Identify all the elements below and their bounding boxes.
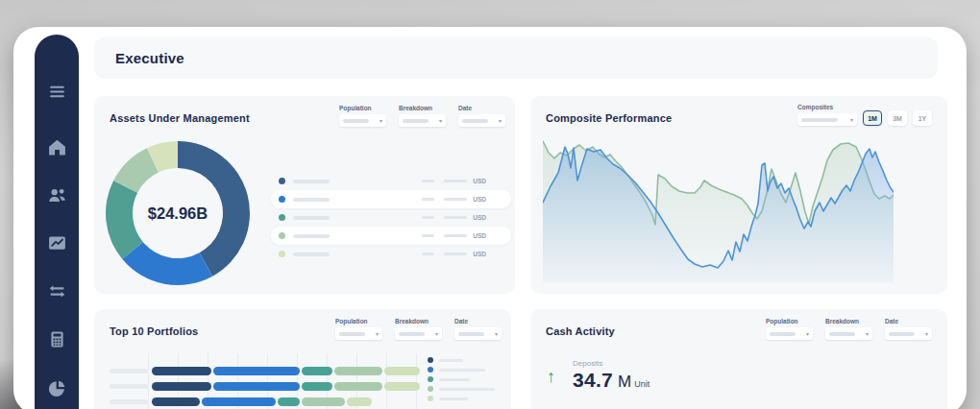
- bar-segment-3: [302, 367, 332, 375]
- legend-value-placeholder: [422, 198, 434, 201]
- legend-item: [428, 376, 495, 382]
- composite-area-chart[interactable]: [543, 138, 894, 282]
- bar-segment-4: [334, 367, 382, 375]
- filter-select-population[interactable]: ▾: [766, 327, 813, 340]
- aum-filter-group: Population▾Breakdown▾Date▾: [339, 105, 505, 127]
- legend-value-placeholder: [422, 216, 434, 219]
- legend-dot: [279, 196, 285, 203]
- bar-segment-1: [152, 367, 211, 375]
- range-button-1y[interactable]: 1Y: [913, 110, 932, 126]
- portfolio-name-placeholder: [110, 384, 148, 389]
- page-header: Executive: [94, 36, 938, 79]
- filter-select-date[interactable]: ▾: [885, 327, 932, 340]
- chevron-down-icon: ▾: [850, 117, 853, 123]
- top10-filter-group: Population▾Breakdown▾Date▾: [335, 318, 502, 340]
- legend-row[interactable]: USD: [271, 190, 511, 208]
- legend-currency-label: USD: [473, 178, 486, 184]
- filter-select-breakdown[interactable]: ▾: [399, 114, 446, 127]
- filter-placeholder: [343, 119, 369, 123]
- range-toggle: 1M3M1Y: [863, 110, 932, 126]
- sidebar-item-calculator[interactable]: [35, 326, 79, 351]
- aum-legend: USDUSDUSDUSDUSD: [271, 172, 511, 263]
- legend-row[interactable]: USD: [271, 172, 511, 190]
- deposits-metric: 34.7 M Unit: [573, 369, 649, 392]
- legend-label-placeholder: [439, 378, 470, 381]
- legend-amount-placeholder: [444, 253, 467, 255]
- filter-date: Date▾: [885, 318, 932, 340]
- sidebar-item-performance[interactable]: [35, 229, 79, 254]
- legend-row[interactable]: USD: [271, 227, 511, 245]
- sidebar-item-home[interactable]: [35, 134, 79, 159]
- chevron-down-icon: ▾: [806, 331, 809, 337]
- legend-name-placeholder: [293, 234, 330, 238]
- aum-donut-chart[interactable]: $24.96B: [105, 140, 251, 286]
- legend-row[interactable]: USD: [271, 208, 511, 227]
- sidebar-item-transfers[interactable]: [35, 278, 79, 303]
- legend-row[interactable]: USD: [271, 245, 511, 263]
- donut-slice-segment-2[interactable]: [122, 242, 212, 285]
- legend-label-placeholder: [439, 397, 468, 400]
- sidebar-item-allocation[interactable]: [35, 375, 79, 400]
- legend-amount-placeholder: [444, 234, 467, 237]
- legend-value-placeholder: [422, 234, 434, 237]
- sidebar: [35, 35, 79, 409]
- portfolio-name-placeholder: [110, 369, 148, 373]
- card-title: Cash Activity: [546, 325, 615, 337]
- filter-label: Breakdown: [399, 105, 446, 111]
- portfolio-name-placeholder: [110, 399, 148, 404]
- filter-date: Date▾: [454, 318, 502, 340]
- legend-dot: [428, 386, 433, 392]
- range-button-3m[interactable]: 3M: [888, 110, 907, 126]
- clients-icon: [47, 185, 67, 205]
- filter-select-population[interactable]: ▾: [339, 114, 386, 127]
- filter-breakdown: Breakdown▾: [395, 318, 442, 340]
- legend-item: [428, 396, 495, 401]
- filter-select-breakdown[interactable]: ▾: [395, 327, 442, 340]
- deposits-value: 34.7: [573, 369, 613, 392]
- bar-segment-3: [278, 397, 300, 406]
- legend-value-placeholder: [422, 180, 434, 182]
- filter-select-breakdown[interactable]: ▾: [825, 327, 872, 340]
- filter-placeholder: [770, 332, 796, 336]
- deposits-unit: Unit: [634, 379, 649, 389]
- legend-currency-label: USD: [473, 214, 486, 221]
- chevron-down-icon: ▾: [380, 118, 382, 124]
- legend-dot: [428, 367, 433, 373]
- chevron-down-icon: ▾: [925, 331, 928, 337]
- card-composite-performance: Composite Performance Composites ▾ 1M3M1…: [530, 96, 947, 294]
- range-button-1m[interactable]: 1M: [863, 110, 882, 126]
- filter-breakdown: Breakdown▾: [825, 318, 872, 340]
- page-title: Executive: [115, 50, 184, 66]
- filter-breakdown: Breakdown▾: [399, 105, 446, 127]
- menu-icon: [47, 82, 67, 102]
- composites-select[interactable]: ▾: [797, 113, 857, 126]
- bar-segment-1: [152, 382, 211, 391]
- bar-segment-3: [302, 382, 332, 391]
- performance-icon: [47, 232, 67, 253]
- filter-placeholder: [403, 119, 429, 123]
- legend-name-placeholder: [293, 180, 330, 183]
- donut-slice-segment-1[interactable]: [178, 141, 250, 277]
- filter-placeholder: [801, 118, 838, 122]
- filter-select-date[interactable]: ▾: [454, 327, 502, 340]
- transfers-icon: [47, 281, 67, 301]
- bar-segment-5: [384, 367, 420, 375]
- card-cash-activity: Cash Activity Population▾Breakdown▾Date▾…: [530, 309, 947, 409]
- sidebar-item-clients[interactable]: [35, 182, 79, 207]
- legend-label-placeholder: [439, 359, 463, 362]
- legend-label-placeholder: [439, 388, 495, 391]
- chevron-down-icon: ▾: [499, 118, 502, 124]
- deposits-magnitude: M: [618, 373, 631, 392]
- chevron-down-icon: ▾: [439, 118, 442, 124]
- donut-chart-svg: [105, 140, 251, 286]
- filter-label: Breakdown: [395, 318, 442, 325]
- bar-segment-5: [384, 382, 420, 391]
- filter-select-date[interactable]: ▾: [458, 114, 505, 127]
- legend-item: [428, 367, 495, 373]
- filter-label: Date: [458, 105, 505, 111]
- menu-button[interactable]: [35, 79, 79, 104]
- cash-filter-group: Population▾Breakdown▾Date▾: [766, 318, 932, 340]
- filter-select-population[interactable]: ▾: [335, 327, 382, 340]
- filter-placeholder: [462, 119, 488, 123]
- filter-label: Population: [766, 318, 813, 325]
